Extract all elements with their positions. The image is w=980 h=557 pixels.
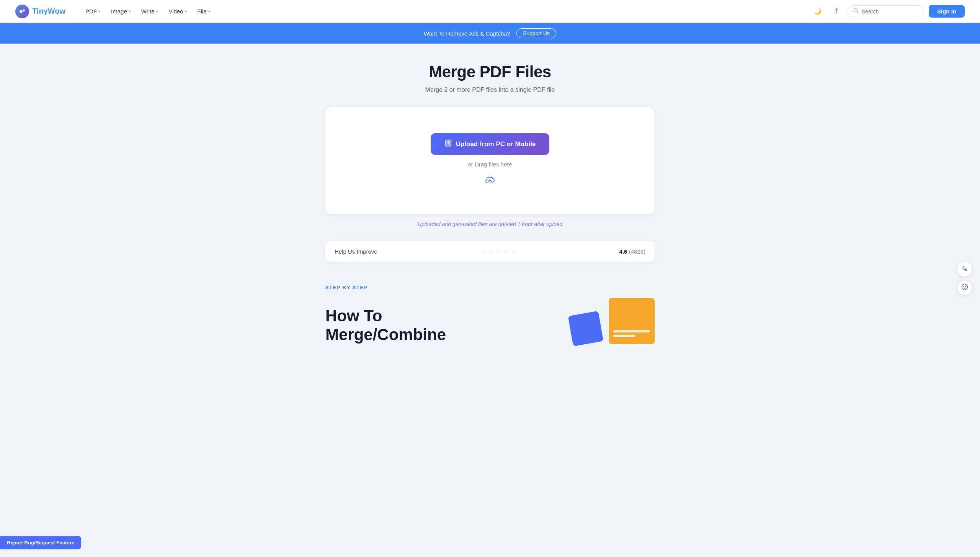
page-title: Merge PDF Files — [325, 63, 655, 81]
signin-button[interactable]: Sign In — [929, 5, 965, 18]
promo-banner: Want To Remove Ads & Captcha? Support Us — [0, 23, 980, 44]
svg-point-11 — [965, 286, 966, 287]
rating-box: Help Us Improve ☆ ☆ ☆ ☆ ☆ 4.6 (4823) — [325, 241, 655, 262]
star-3[interactable]: ☆ — [495, 247, 501, 256]
support-chat-button[interactable] — [957, 280, 972, 295]
nav-item-image[interactable]: Image ▾ — [106, 5, 135, 18]
svg-point-9 — [962, 284, 968, 290]
chevron-down-icon: ▾ — [185, 9, 187, 13]
nav-right: 🌙 ⤴ Sign In — [811, 5, 965, 18]
star-1[interactable]: ☆ — [480, 247, 486, 256]
chevron-down-icon: ▾ — [156, 9, 158, 13]
star-4[interactable]: ☆ — [503, 247, 509, 256]
chevron-down-icon: ▾ — [98, 9, 100, 13]
logo[interactable]: TinyWow — [15, 5, 65, 18]
nav-item-pdf[interactable]: PDF ▾ — [81, 5, 105, 18]
illustration-box-orange — [609, 298, 655, 344]
navbar: TinyWow PDF ▾ Image ▾ Write ▾ Video ▾ Fi… — [0, 0, 980, 23]
nav-menu: PDF ▾ Image ▾ Write ▾ Video ▾ File ▾ — [81, 5, 811, 18]
step-content: How To Merge/Combine — [325, 298, 655, 344]
star-5[interactable]: ☆ — [511, 247, 517, 256]
logo-icon — [15, 5, 29, 18]
upload-area[interactable]: Upload from PC or Mobile or Drag files h… — [325, 107, 655, 214]
illus-line-2 — [613, 335, 635, 337]
main-content: Merge PDF Files Merge 2 or more PDF file… — [318, 44, 662, 375]
file-note: Uploaded and generated files are deleted… — [325, 221, 655, 227]
search-input[interactable] — [862, 8, 918, 15]
rating-stars[interactable]: ☆ ☆ ☆ ☆ ☆ — [480, 247, 517, 256]
svg-point-0 — [20, 10, 23, 13]
chevron-down-icon: ▾ — [208, 9, 210, 13]
svg-point-1 — [23, 9, 25, 11]
drag-text: or Drag files here — [468, 161, 512, 168]
illus-line-1 — [613, 330, 650, 332]
moon-icon: 🌙 — [814, 8, 822, 15]
chevron-down-icon: ▾ — [129, 9, 131, 13]
translate-button[interactable] — [957, 262, 972, 277]
search-box[interactable] — [848, 5, 924, 17]
upload-button[interactable]: Upload from PC or Mobile — [431, 133, 550, 155]
smiley-icon — [961, 283, 968, 292]
nav-item-write[interactable]: Write ▾ — [137, 5, 163, 18]
illustration-area — [570, 298, 655, 344]
share-icon: ⤴ — [835, 7, 838, 15]
share-button[interactable]: ⤴ — [829, 5, 843, 18]
rating-label: Help Us Improve — [335, 248, 377, 255]
illustration-box-blue — [568, 311, 604, 347]
floating-buttons — [957, 262, 972, 295]
upload-cloud-icon — [485, 175, 495, 188]
svg-line-3 — [857, 12, 859, 13]
search-icon — [853, 8, 859, 15]
nav-item-video[interactable]: Video ▾ — [164, 5, 191, 18]
rating-count: (4823) — [629, 248, 645, 255]
step-label: STEP BY STEP — [325, 285, 655, 290]
translate-icon — [961, 265, 968, 274]
step-heading: How To Merge/Combine — [325, 307, 446, 344]
rating-score: 4.6 (4823) — [619, 248, 645, 255]
nav-item-file[interactable]: File ▾ — [193, 5, 215, 18]
dark-mode-button[interactable]: 🌙 — [811, 5, 825, 18]
step-section: STEP BY STEP How To Merge/Combine — [325, 285, 655, 359]
svg-point-10 — [964, 286, 964, 287]
logo-text: TinyWow — [32, 7, 65, 16]
star-2[interactable]: ☆ — [488, 247, 494, 256]
upload-file-icon — [444, 139, 452, 149]
support-us-button[interactable]: Support Us — [516, 28, 556, 38]
promo-text: Want To Remove Ads & Captcha? — [424, 30, 510, 37]
page-subtitle: Merge 2 or more PDF files into a single … — [325, 86, 655, 93]
